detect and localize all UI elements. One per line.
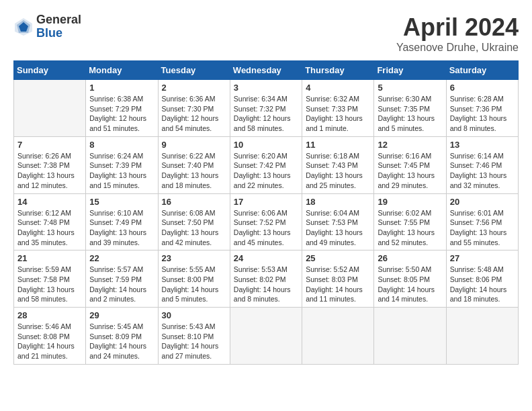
calendar-cell: 1Sunrise: 6:38 AM Sunset: 7:29 PM Daylig… — [86, 80, 158, 137]
day-number: 19 — [378, 197, 442, 207]
calendar-week-2: 7Sunrise: 6:26 AM Sunset: 7:38 PM Daylig… — [14, 136, 519, 193]
day-info: Sunrise: 6:01 AM Sunset: 7:56 PM Dayligh… — [450, 208, 515, 248]
day-number: 3 — [234, 83, 298, 93]
logo-blue-text: Blue — [36, 27, 81, 40]
day-info: Sunrise: 5:46 AM Sunset: 8:08 PM Dayligh… — [17, 322, 82, 361]
day-number: 22 — [89, 253, 154, 263]
day-number: 10 — [234, 140, 298, 150]
day-info: Sunrise: 5:52 AM Sunset: 8:03 PM Dayligh… — [306, 265, 370, 304]
day-number: 14 — [17, 197, 82, 207]
calendar-cell: 7Sunrise: 6:26 AM Sunset: 7:38 PM Daylig… — [14, 136, 86, 193]
calendar-cell: 30Sunrise: 5:43 AM Sunset: 8:10 PM Dayli… — [158, 308, 230, 365]
calendar-cell: 13Sunrise: 6:14 AM Sunset: 7:46 PM Dayli… — [446, 136, 518, 193]
calendar-cell: 19Sunrise: 6:02 AM Sunset: 7:55 PM Dayli… — [374, 193, 446, 250]
calendar-cell: 11Sunrise: 6:18 AM Sunset: 7:43 PM Dayli… — [302, 136, 374, 193]
calendar-cell: 8Sunrise: 6:24 AM Sunset: 7:39 PM Daylig… — [86, 136, 158, 193]
calendar-cell: 3Sunrise: 6:34 AM Sunset: 7:32 PM Daylig… — [230, 80, 302, 137]
calendar-cell: 28Sunrise: 5:46 AM Sunset: 8:08 PM Dayli… — [14, 308, 86, 365]
calendar-cell: 23Sunrise: 5:55 AM Sunset: 8:00 PM Dayli… — [158, 250, 230, 308]
day-info: Sunrise: 5:55 AM Sunset: 8:00 PM Dayligh… — [162, 265, 226, 304]
month-title: April 2024 — [396, 13, 519, 42]
calendar-cell: 14Sunrise: 6:12 AM Sunset: 7:48 PM Dayli… — [14, 193, 86, 250]
day-number: 11 — [306, 140, 370, 150]
day-info: Sunrise: 6:22 AM Sunset: 7:40 PM Dayligh… — [162, 151, 226, 191]
day-number: 29 — [89, 310, 154, 320]
calendar-header-saturday: Saturday — [446, 61, 518, 80]
day-number: 27 — [450, 253, 515, 263]
logo-icon — [13, 17, 34, 37]
calendar-cell: 12Sunrise: 6:16 AM Sunset: 7:45 PM Dayli… — [374, 136, 446, 193]
day-number: 26 — [378, 253, 442, 263]
calendar-cell: 4Sunrise: 6:32 AM Sunset: 7:33 PM Daylig… — [302, 80, 374, 137]
day-number: 12 — [378, 140, 442, 150]
calendar-week-1: 1Sunrise: 6:38 AM Sunset: 7:29 PM Daylig… — [14, 80, 519, 137]
logo: General Blue — [13, 13, 81, 40]
day-number: 28 — [17, 310, 82, 320]
calendar-header-tuesday: Tuesday — [158, 61, 230, 80]
calendar-cell: 6Sunrise: 6:28 AM Sunset: 7:36 PM Daylig… — [446, 80, 518, 137]
day-info: Sunrise: 6:08 AM Sunset: 7:50 PM Dayligh… — [162, 208, 226, 248]
calendar-cell: 29Sunrise: 5:45 AM Sunset: 8:09 PM Dayli… — [86, 308, 158, 365]
day-number: 25 — [306, 253, 370, 263]
calendar-cell: 10Sunrise: 6:20 AM Sunset: 7:42 PM Dayli… — [230, 136, 302, 193]
day-info: Sunrise: 5:53 AM Sunset: 8:02 PM Dayligh… — [234, 265, 298, 304]
calendar-table: SundayMondayTuesdayWednesdayThursdayFrid… — [13, 60, 519, 365]
calendar-header-friday: Friday — [374, 61, 446, 80]
day-number: 24 — [234, 253, 298, 263]
calendar-header-row: SundayMondayTuesdayWednesdayThursdayFrid… — [14, 61, 519, 80]
day-number: 4 — [306, 83, 370, 93]
calendar-cell: 20Sunrise: 6:01 AM Sunset: 7:56 PM Dayli… — [446, 193, 518, 250]
day-info: Sunrise: 6:30 AM Sunset: 7:35 PM Dayligh… — [378, 94, 442, 134]
calendar-cell: 17Sunrise: 6:06 AM Sunset: 7:52 PM Dayli… — [230, 193, 302, 250]
calendar-header-monday: Monday — [86, 61, 158, 80]
day-info: Sunrise: 5:45 AM Sunset: 8:09 PM Dayligh… — [89, 322, 154, 361]
header: General Blue April 2024 Yasenove Druhe, … — [13, 13, 519, 54]
calendar-cell — [374, 308, 446, 365]
calendar-cell: 25Sunrise: 5:52 AM Sunset: 8:03 PM Dayli… — [302, 250, 374, 308]
calendar-cell: 18Sunrise: 6:04 AM Sunset: 7:53 PM Dayli… — [302, 193, 374, 250]
day-info: Sunrise: 6:12 AM Sunset: 7:48 PM Dayligh… — [17, 208, 82, 248]
day-info: Sunrise: 6:24 AM Sunset: 7:39 PM Dayligh… — [89, 151, 154, 191]
day-number: 16 — [162, 197, 226, 207]
day-number: 30 — [162, 310, 226, 320]
day-number: 2 — [162, 83, 226, 93]
calendar-cell — [446, 308, 518, 365]
calendar-week-4: 21Sunrise: 5:59 AM Sunset: 7:58 PM Dayli… — [14, 250, 519, 308]
calendar-cell — [230, 308, 302, 365]
logo-text: General Blue — [36, 13, 81, 40]
calendar-cell: 2Sunrise: 6:36 AM Sunset: 7:30 PM Daylig… — [158, 80, 230, 137]
day-info: Sunrise: 5:57 AM Sunset: 7:59 PM Dayligh… — [89, 265, 154, 304]
day-info: Sunrise: 5:50 AM Sunset: 8:05 PM Dayligh… — [378, 265, 442, 304]
calendar-cell: 27Sunrise: 5:48 AM Sunset: 8:06 PM Dayli… — [446, 250, 518, 308]
day-number: 5 — [378, 83, 442, 93]
day-number: 18 — [306, 197, 370, 207]
day-info: Sunrise: 6:18 AM Sunset: 7:43 PM Dayligh… — [306, 151, 370, 191]
logo-general-text: General — [36, 13, 81, 27]
day-number: 13 — [450, 140, 515, 150]
day-number: 20 — [450, 197, 515, 207]
title-area: April 2024 Yasenove Druhe, Ukraine — [396, 13, 519, 54]
day-info: Sunrise: 6:28 AM Sunset: 7:36 PM Dayligh… — [450, 94, 515, 134]
calendar-cell: 22Sunrise: 5:57 AM Sunset: 7:59 PM Dayli… — [86, 250, 158, 308]
calendar-cell: 9Sunrise: 6:22 AM Sunset: 7:40 PM Daylig… — [158, 136, 230, 193]
day-info: Sunrise: 5:43 AM Sunset: 8:10 PM Dayligh… — [162, 322, 226, 361]
calendar-cell: 21Sunrise: 5:59 AM Sunset: 7:58 PM Dayli… — [14, 250, 86, 308]
day-info: Sunrise: 6:10 AM Sunset: 7:49 PM Dayligh… — [89, 208, 154, 248]
day-number: 1 — [89, 83, 154, 93]
day-number: 7 — [17, 140, 82, 150]
calendar-cell: 5Sunrise: 6:30 AM Sunset: 7:35 PM Daylig… — [374, 80, 446, 137]
day-info: Sunrise: 6:02 AM Sunset: 7:55 PM Dayligh… — [378, 208, 442, 248]
day-info: Sunrise: 6:06 AM Sunset: 7:52 PM Dayligh… — [234, 208, 298, 248]
calendar-header-sunday: Sunday — [14, 61, 86, 80]
day-info: Sunrise: 6:20 AM Sunset: 7:42 PM Dayligh… — [234, 151, 298, 191]
day-info: Sunrise: 6:04 AM Sunset: 7:53 PM Dayligh… — [306, 208, 370, 248]
day-info: Sunrise: 6:16 AM Sunset: 7:45 PM Dayligh… — [378, 151, 442, 191]
location-title: Yasenove Druhe, Ukraine — [396, 42, 519, 54]
day-info: Sunrise: 6:14 AM Sunset: 7:46 PM Dayligh… — [450, 151, 515, 191]
day-info: Sunrise: 5:59 AM Sunset: 7:58 PM Dayligh… — [17, 265, 82, 304]
calendar-header-wednesday: Wednesday — [230, 61, 302, 80]
day-number: 23 — [162, 253, 226, 263]
day-info: Sunrise: 6:38 AM Sunset: 7:29 PM Dayligh… — [89, 94, 154, 134]
calendar-cell — [302, 308, 374, 365]
calendar-header-thursday: Thursday — [302, 61, 374, 80]
